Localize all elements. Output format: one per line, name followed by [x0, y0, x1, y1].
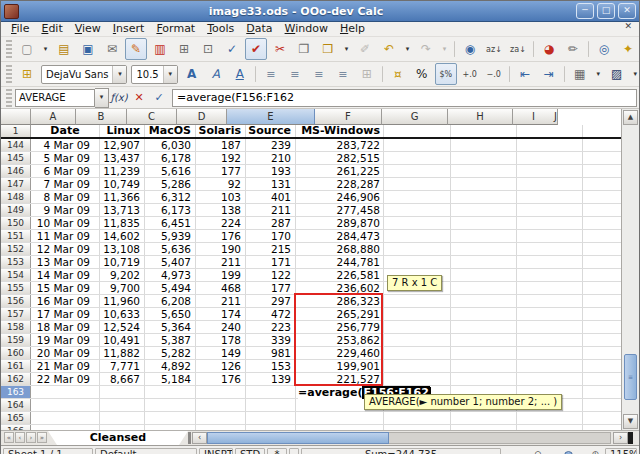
cell[interactable]: 11,239 — [99, 165, 144, 177]
font-name-combo[interactable]: DejaVu Sans ▾ — [41, 65, 127, 84]
cell[interactable]: 289,870 — [295, 217, 383, 229]
cell[interactable]: 190 — [195, 243, 245, 255]
align-right-button[interactable]: ≡ — [308, 63, 330, 85]
separator[interactable] — [533, 41, 534, 57]
cell[interactable]: Solaris — [195, 125, 245, 137]
cell[interactable]: 92 — [195, 178, 245, 190]
separator[interactable] — [255, 66, 256, 82]
cell[interactable]: 5,184 — [144, 373, 195, 385]
background-color-dropdown[interactable]: ▾ — [630, 63, 640, 85]
cell[interactable]: 284,473 — [295, 230, 383, 242]
cell[interactable]: 261,225 — [295, 165, 383, 177]
cell[interactable]: 14,602 — [99, 230, 144, 242]
cell[interactable]: 13,713 — [99, 204, 144, 216]
cell[interactable]: 226,581 — [295, 269, 383, 281]
cell[interactable]: 6,208 — [144, 295, 195, 307]
cell[interactable]: 5 Mar 09 — [31, 152, 99, 164]
cell[interactable]: Linux — [99, 125, 144, 137]
cell[interactable]: 176 — [195, 373, 245, 385]
separator[interactable] — [588, 41, 589, 57]
cell[interactable]: MacOS — [144, 125, 195, 137]
undo-button[interactable]: ↶ — [378, 38, 400, 60]
row-header[interactable]: 159 — [1, 334, 31, 346]
redo-dropdown[interactable]: ▾ — [439, 38, 450, 60]
cell[interactable]: 472 — [245, 308, 295, 320]
column-header[interactable]: H — [448, 109, 513, 125]
cell[interactable]: 5,282 — [144, 347, 195, 359]
row-header[interactable]: 152 — [1, 243, 31, 255]
cell[interactable]: 177 — [195, 165, 245, 177]
row-header[interactable]: 165 — [1, 412, 31, 424]
formula-input[interactable]: =average(F156:F162 — [172, 89, 637, 107]
row-header[interactable]: 145 — [1, 152, 31, 164]
format-paintbrush-button[interactable]: ✐ — [354, 38, 376, 60]
separator[interactable] — [382, 66, 383, 82]
column-header[interactable]: A — [31, 109, 76, 125]
row-header[interactable]: 157 — [1, 308, 31, 320]
cell[interactable]: 5,939 — [144, 230, 195, 242]
increase-indent-button[interactable]: ⇥ — [538, 63, 560, 85]
cell[interactable]: 12,524 — [99, 321, 144, 333]
edit-file-button[interactable]: ✎ — [125, 38, 147, 60]
cell[interactable]: 21 Mar 09 — [31, 360, 99, 372]
row-header[interactable]: 150 — [1, 217, 31, 229]
cell[interactable]: 5,407 — [144, 256, 195, 268]
cell[interactable]: 239 — [245, 139, 295, 151]
row-header[interactable]: 149 — [1, 204, 31, 216]
cell[interactable]: 10,719 — [99, 256, 144, 268]
row-header[interactable]: 158 — [1, 321, 31, 333]
font-size-value[interactable]: 10.5 — [132, 69, 162, 80]
row-header[interactable]: 146 — [1, 165, 31, 177]
underline-button[interactable]: A — [229, 63, 251, 85]
scroll-up-icon[interactable]: ▲ — [623, 110, 638, 125]
menu-item[interactable]: Format — [150, 22, 201, 36]
font-size-dropdown-icon[interactable]: ▾ — [163, 66, 177, 83]
select-all-corner[interactable] — [1, 109, 31, 125]
cell[interactable]: 6,030 — [144, 139, 195, 151]
cell[interactable]: 228,287 — [295, 178, 383, 190]
cut-button[interactable]: ✂ — [269, 38, 291, 60]
cell[interactable]: 981 — [245, 347, 295, 359]
toolbar-grip[interactable] — [6, 40, 12, 58]
cell[interactable]: 19 Mar 09 — [31, 334, 99, 346]
row-header-selected[interactable]: 163 — [1, 386, 31, 398]
cell[interactable]: 5,636 — [144, 243, 195, 255]
cell[interactable]: 223 — [245, 321, 295, 333]
function-wizard-icon[interactable]: ƒ(x) — [110, 89, 128, 107]
cell[interactable]: 4,973 — [144, 269, 195, 281]
decrease-indent-button[interactable]: ⇤ — [514, 63, 536, 85]
find-replace-button[interactable]: ◎ — [593, 38, 615, 60]
separator[interactable] — [454, 41, 455, 57]
align-left-button[interactable]: ≡ — [260, 63, 282, 85]
percent-button[interactable]: % — [411, 63, 433, 85]
cell[interactable]: 199 — [195, 269, 245, 281]
draw-functions-button[interactable]: ✏ — [562, 38, 584, 60]
undo-dropdown[interactable]: ▾ — [402, 38, 413, 60]
close-button[interactable]: ✕ — [618, 3, 636, 19]
cell[interactable]: 192 — [195, 152, 245, 164]
column-header[interactable]: G — [382, 109, 448, 125]
horizontal-scroll-thumb[interactable] — [207, 432, 389, 444]
cell[interactable]: 5,364 — [144, 321, 195, 333]
page-preview-button[interactable]: ⊡ — [197, 38, 219, 60]
column-header[interactable]: C — [127, 109, 177, 125]
cell[interactable]: 12,907 — [99, 139, 144, 151]
column-header[interactable]: E — [227, 109, 315, 125]
italic-button[interactable]: A — [205, 63, 227, 85]
row-header[interactable]: 151 — [1, 230, 31, 242]
cell[interactable]: 215 — [245, 243, 295, 255]
cell[interactable]: 10,491 — [99, 334, 144, 346]
email-button[interactable]: ✉ — [101, 38, 123, 60]
paste-button[interactable]: ❒ — [317, 38, 339, 60]
cell[interactable]: 9,700 — [99, 282, 144, 294]
cell[interactable]: 10 Mar 09 — [31, 217, 99, 229]
next-sheet-icon[interactable]: › — [26, 432, 36, 443]
selection-mode-indicator[interactable]: STD — [235, 448, 265, 454]
name-box[interactable]: AVERAGE — [15, 89, 95, 107]
cell[interactable]: 187 — [195, 139, 245, 151]
cell[interactable]: 4 Mar 09 — [31, 139, 99, 151]
vertical-scrollbar[interactable]: ▲ ≡ ▼ — [621, 109, 639, 430]
cell[interactable]: 339 — [245, 334, 295, 346]
cell[interactable]: 139 — [245, 373, 295, 385]
new-document-dropdown[interactable]: ▾ — [40, 38, 51, 60]
